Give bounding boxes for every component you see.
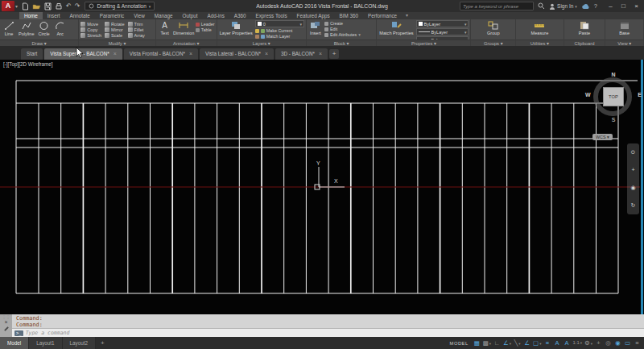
ribbon-tab-manage[interactable]: Manage <box>150 12 178 19</box>
ribbon-tab-performance[interactable]: Performance <box>363 12 402 19</box>
viewport-controls-label[interactable]: [-][Top][2D Wireframe] <box>3 61 53 67</box>
edit-block-button[interactable]: Edit <box>324 27 361 31</box>
insert-button[interactable]: Insert <box>308 20 323 36</box>
trim-button[interactable]: Trim <box>128 22 145 27</box>
grid-display-icon[interactable]: ▦ <box>473 338 481 348</box>
viewcube-west[interactable]: W <box>585 92 591 98</box>
command-window[interactable]: ⋮⋮ × Command: Command: >_ Type a command <box>0 314 644 337</box>
dimension-button[interactable]: Dimension <box>174 20 194 36</box>
group-button[interactable]: Group <box>486 20 501 36</box>
create-block-button[interactable]: Create <box>324 21 361 26</box>
file-tab-start[interactable]: Start <box>21 48 43 60</box>
lineweight-dropdown[interactable]: ByLayer ▾ <box>416 28 469 35</box>
ribbon-tab-parametric[interactable]: Parametric <box>95 12 129 19</box>
clean-screen-icon[interactable]: ▭ <box>623 338 632 348</box>
panel-label-groups[interactable]: Groups ▾ <box>471 39 515 46</box>
circle-button[interactable]: Circle <box>37 20 52 37</box>
zoom-extents-icon[interactable]: ◉ <box>630 185 635 191</box>
ribbon-tab-featured-apps[interactable]: Featured Apps <box>292 12 335 19</box>
layout2-tab[interactable]: Layout2 <box>63 337 96 349</box>
viewcube-north[interactable]: N <box>611 72 615 77</box>
save-icon[interactable] <box>44 2 52 10</box>
text-button[interactable]: A Text <box>158 20 172 36</box>
sign-in-button[interactable]: Sign In ▾ <box>549 3 577 10</box>
polyline-button[interactable]: Polyline <box>18 20 35 37</box>
annotation-scale-icon[interactable]: 1:1▾ <box>572 338 583 348</box>
help-icon[interactable]: ? <box>594 2 597 10</box>
lineweight-icon[interactable]: ≡ <box>543 338 551 348</box>
stretch-button[interactable]: Stretch <box>80 33 101 38</box>
grip-dots-icon[interactable]: ⋮⋮ <box>2 315 10 318</box>
snap-mode-icon[interactable]: ▩▾ <box>482 338 492 349</box>
drawing-canvas[interactable]: [-][Top][2D Wireframe] Y X N S W E TOP W… <box>0 60 644 314</box>
annotation-visibility-icon[interactable]: A <box>552 338 561 348</box>
annotation-monitor-icon[interactable]: + <box>594 338 603 348</box>
close-tab-icon[interactable]: × <box>114 48 117 60</box>
wcs-dropdown[interactable]: WCS ▾ <box>592 134 613 140</box>
dropdown-arrow-icon[interactable]: ▾ <box>510 342 511 346</box>
close-tab-icon[interactable]: × <box>189 48 192 60</box>
redo-icon[interactable]: ↷ <box>75 2 80 10</box>
isolate-objects-icon[interactable]: ◎ <box>604 338 613 348</box>
help-search-input[interactable]: Type a keyword or phrase <box>460 2 534 10</box>
viewcube-east[interactable]: E <box>638 92 642 98</box>
paste-button[interactable]: Paste <box>577 20 592 36</box>
file-tab-vista-frontal[interactable]: Vista Frontal - BALCON*× <box>124 48 198 60</box>
workspace-switching-icon[interactable]: ⚙▾ <box>584 338 593 349</box>
measure-button[interactable]: Measure <box>530 20 550 36</box>
annotation-autoscale-icon[interactable]: A <box>562 338 571 348</box>
minimize-button[interactable]: – <box>605 2 617 11</box>
table-button[interactable]: Table <box>196 27 215 32</box>
model-space-indicator[interactable]: MODEL <box>450 341 469 346</box>
dropdown-arrow-icon[interactable]: ▾ <box>539 342 541 346</box>
fillet-button[interactable]: Fillet <box>128 27 145 32</box>
model-tab[interactable]: Model <box>0 337 29 349</box>
panel-label-utilities[interactable]: Utilities ▾ <box>516 39 564 46</box>
ribbon-tab-addins[interactable]: Add-ins <box>202 12 229 19</box>
ribbon-tab-home[interactable]: Home <box>19 12 43 19</box>
dropdown-arrow-icon[interactable]: ▾ <box>489 342 491 346</box>
orbit-icon[interactable]: ↻ <box>631 202 636 209</box>
hardware-acceleration-icon[interactable]: ◉ <box>613 338 622 348</box>
plot-icon[interactable] <box>55 2 63 10</box>
command-history[interactable]: Command: Command: <box>12 314 644 328</box>
ribbon-options-arrow-icon[interactable]: ▾ <box>402 12 412 19</box>
viewcube-south[interactable]: S <box>612 117 616 123</box>
base-button[interactable]: Base <box>617 20 632 36</box>
isodraft-icon[interactable]: ╲▾ <box>513 338 522 349</box>
command-input-row[interactable]: >_ Type a command <box>12 328 644 337</box>
app-menu-button[interactable]: A <box>2 1 14 11</box>
ribbon-tab-view[interactable]: View <box>129 12 150 19</box>
layer-dropdown[interactable]: 0 ▾ <box>255 20 304 27</box>
mirror-button[interactable]: Mirror <box>105 27 124 32</box>
file-tab-vista-lateral[interactable]: Vista Lateral - BALCON*× <box>200 48 274 60</box>
arc-button[interactable]: Arc <box>53 20 68 37</box>
command-input[interactable]: Type a command <box>26 330 70 336</box>
polar-tracking-icon[interactable]: ∠▾ <box>502 338 512 349</box>
command-window-grip[interactable]: ⋮⋮ × <box>0 314 12 337</box>
array-button[interactable]: Array <box>128 33 145 38</box>
panel-label-layers[interactable]: Layers ▾ <box>217 39 306 46</box>
object-snap-icon[interactable]: ▢▾ <box>532 338 542 349</box>
app-menu-arrow-icon[interactable]: ▾ <box>15 3 18 9</box>
match-layer-button[interactable]: Match Layer <box>255 34 304 39</box>
color-dropdown[interactable]: ByLayer ▾ <box>416 20 469 27</box>
new-file-icon[interactable] <box>22 2 29 10</box>
layer-properties-button[interactable]: Layer Properties <box>219 20 254 36</box>
customize-icon[interactable]: ≡ <box>633 338 642 348</box>
panel-label-view[interactable]: View ▾ <box>605 39 643 46</box>
viewcube-top-face[interactable]: TOP <box>603 87 624 106</box>
ribbon-tab-express-tools[interactable]: Express Tools <box>251 12 292 19</box>
viewport-right-border[interactable] <box>641 60 643 314</box>
rotate-button[interactable]: Rotate <box>105 22 124 27</box>
workspace-dropdown[interactable]: Drafting & Annotation ▾ <box>85 2 155 10</box>
panel-label-modify[interactable]: Modify ▾ <box>79 39 155 46</box>
dropdown-arrow-icon[interactable]: ▾ <box>591 342 592 346</box>
dropdown-arrow-icon[interactable]: ▾ <box>518 342 520 346</box>
panel-label-properties[interactable]: Properties ▾ <box>377 39 470 46</box>
open-file-icon[interactable] <box>32 2 41 10</box>
make-current-button[interactable]: Make Current <box>255 28 304 33</box>
file-tab-vista-superior[interactable]: Vista Superior - BALCON*× <box>44 48 122 60</box>
layout1-tab[interactable]: Layout1 <box>29 337 62 349</box>
copy-button[interactable]: Copy <box>80 27 101 32</box>
